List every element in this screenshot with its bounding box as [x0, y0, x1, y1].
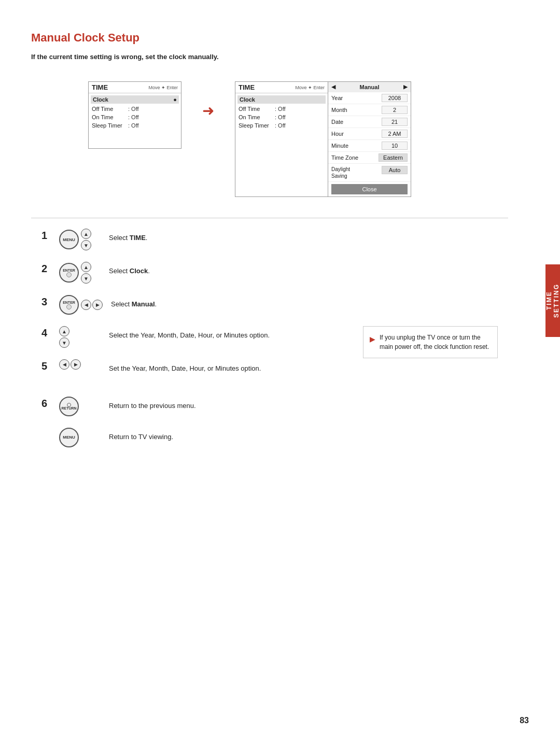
- step-1-number: 1: [41, 230, 51, 242]
- clock-label-right: Clock: [240, 96, 255, 103]
- step-6: 6 ◯ RETURN Return to the previous menu.: [41, 397, 498, 416]
- settings-nav-row: ◀ Manual ▶: [328, 82, 411, 92]
- right-arrow-5[interactable]: ▶: [71, 359, 81, 370]
- sleep-label-right: Sleep Timer: [239, 122, 275, 129]
- step-6-text: Return to the previous menu.: [109, 397, 196, 411]
- nav-arrows-2: ▲ ▼: [81, 262, 91, 284]
- ontime-label-right: On Time: [239, 114, 275, 120]
- settings-nav-left: ◀: [331, 83, 335, 90]
- time-menu-right: TIME Move ✦ Enter Clock Off Time : Off O…: [235, 81, 328, 197]
- time-header-left: TIME Move ✦ Enter: [89, 82, 181, 93]
- settings-month-value: 2: [382, 106, 408, 114]
- step-5-number: 5: [41, 360, 51, 372]
- time-body-right: Clock Off Time : Off On Time : Off Sleep…: [235, 93, 328, 148]
- page-title: Manual Clock Setup: [31, 31, 508, 45]
- up-arrow-2[interactable]: ▲: [81, 262, 91, 272]
- settings-nav-right: ▶: [403, 83, 408, 90]
- settings-hour-value: 2 AM: [382, 130, 408, 138]
- note-box: ▶ If you unplug the TV once or turn the …: [363, 326, 498, 358]
- step-4: 4 ▲ ▼ Select the Year, Month, Date, Hour…: [41, 326, 342, 348]
- step-7-text: Return to TV viewing.: [109, 428, 173, 442]
- sleep-value-right: : Off: [275, 122, 286, 129]
- nav-lr-5: ◀ ▶: [59, 359, 81, 370]
- settings-month-label: Month: [331, 107, 347, 113]
- menu-button-1[interactable]: MENU: [59, 230, 79, 249]
- time-title-right: TIME: [239, 83, 255, 91]
- step-4-icon: ▲ ▼: [59, 326, 101, 348]
- steps-4-5-area: 4 ▲ ▼ Select the Year, Month, Date, Hour…: [41, 326, 498, 385]
- step-2-icon: ENTER ▲ ▼: [59, 262, 101, 284]
- left-arrow-5[interactable]: ◀: [59, 359, 69, 370]
- clock-label-left: Clock: [93, 96, 108, 103]
- time-menu-left: TIME Move ✦ Enter Clock ● Off Time : Off…: [88, 81, 181, 149]
- nav-arrows-1: ▲ ▼: [81, 229, 91, 250]
- return-text-6: RETURN: [61, 406, 76, 410]
- settings-minute-row: Minute 10: [328, 140, 411, 152]
- section-divider: [31, 218, 508, 218]
- step-3: 3 ENTER ◀ ▶ Select Manual.: [41, 295, 498, 315]
- return-label-6: ◯: [67, 403, 71, 406]
- settings-timezone-label: Time Zone: [331, 154, 358, 161]
- down-arrow-4[interactable]: ▼: [59, 337, 69, 348]
- sidebar-tab: TIME SETTING: [545, 264, 560, 337]
- menu-label-1: MENU: [63, 237, 75, 242]
- settings-year-row: Year 2008: [328, 92, 411, 104]
- settings-minute-label: Minute: [331, 143, 348, 149]
- offtime-row-left: Off Time : Off: [92, 105, 178, 113]
- menu-button-7[interactable]: MENU: [59, 428, 79, 447]
- settings-year-label: Year: [331, 95, 343, 101]
- note-item: ▶ If you unplug the TV once or turn the …: [370, 333, 491, 351]
- step-4-text: Select the Year, Month, Date, Hour, or M…: [109, 326, 270, 341]
- return-button-6[interactable]: ◯ RETURN: [59, 397, 79, 416]
- settings-date-row: Date 21: [328, 116, 411, 128]
- settings-hour-label: Hour: [331, 131, 344, 137]
- nav-lr-3: ◀ ▶: [81, 300, 103, 310]
- menu-label-7: MENU: [63, 435, 75, 440]
- offtime-row-right: Off Time : Off: [239, 105, 325, 113]
- step-6-icon: ◯ RETURN: [59, 397, 101, 416]
- time-title-left: TIME: [92, 83, 108, 91]
- enter-label-3: ENTER: [63, 301, 75, 304]
- settings-daylight-label: DaylightSaving: [331, 166, 350, 179]
- step-5-text: Set the Year, Month, Date, Hour, or Minu…: [109, 359, 261, 374]
- enter-dot-3: [66, 304, 72, 309]
- offtime-value-left: : Off: [128, 106, 139, 112]
- clock-row-right: Clock: [237, 95, 326, 104]
- step-4-number: 4: [41, 327, 51, 339]
- settings-year-value: 2008: [382, 94, 408, 102]
- down-arrow-2[interactable]: ▼: [81, 273, 91, 284]
- step-5: 5 ◀ ▶ Set the Year, Month, Date, Hour, o…: [41, 359, 342, 374]
- close-button[interactable]: Close: [331, 184, 408, 194]
- clock-icon-left: ●: [173, 96, 177, 103]
- clock-row-left: Clock ●: [91, 95, 179, 104]
- settings-manual-label: Manual: [360, 84, 380, 90]
- down-arrow-1[interactable]: ▼: [81, 240, 91, 250]
- sleep-row-left: Sleep Timer : Off: [92, 121, 178, 130]
- sleep-row-right: Sleep Timer : Off: [239, 121, 325, 130]
- step-7-icon: MENU: [59, 428, 101, 447]
- step-2: 2 ENTER ▲ ▼ Select Clock.: [41, 262, 498, 284]
- diagrams-area: TIME Move ✦ Enter Clock ● Off Time : Off…: [31, 81, 508, 197]
- step-1-text: Select TIME.: [109, 229, 147, 243]
- ontime-label-left: On Time: [92, 114, 128, 120]
- offtime-value-right: : Off: [275, 106, 286, 112]
- arrow-right-icon: ➜: [202, 102, 214, 119]
- step-1: 1 MENU ▲ ▼ Select TIME.: [41, 229, 498, 250]
- right-arrow-3[interactable]: ▶: [92, 300, 103, 310]
- up-arrow-4[interactable]: ▲: [59, 326, 69, 336]
- enter-button-2[interactable]: ENTER: [59, 263, 79, 283]
- steps-area: 1 MENU ▲ ▼ Select TIME. 2 ENTER: [31, 229, 508, 447]
- step-6-number: 6: [41, 398, 51, 410]
- step-1-icon: MENU ▲ ▼: [59, 229, 101, 250]
- page-number: 83: [520, 716, 529, 725]
- step-3-text: Select Manual.: [111, 295, 157, 309]
- left-arrow-3[interactable]: ◀: [81, 300, 91, 310]
- ontime-row-left: On Time : Off: [92, 113, 178, 121]
- ontime-value-left: : Off: [128, 114, 139, 120]
- settings-date-label: Date: [331, 119, 343, 125]
- settings-minute-value: 10: [382, 142, 408, 150]
- enter-dot-2: [66, 272, 72, 277]
- enter-button-3[interactable]: ENTER: [59, 295, 79, 315]
- up-arrow-1[interactable]: ▲: [81, 229, 91, 239]
- time-menu-right-extended: TIME Move ✦ Enter Clock Off Time : Off O…: [235, 81, 411, 197]
